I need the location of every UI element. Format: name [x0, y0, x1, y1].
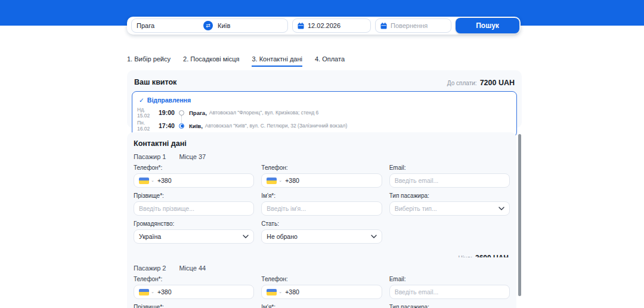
departure-route-card: ✓Відправлення Нд. 15.02 19:00 Прага, Авт…	[132, 91, 517, 137]
passenger-2-form-card: Пасажир 2 Місце 44 Телефон*: ⌄ +380 Теле…	[127, 257, 516, 308]
ukraine-flag-icon	[267, 289, 277, 295]
email-input[interactable]	[395, 288, 504, 295]
route-timeline: Нд. 15.02 19:00 Прага, Автовокзал "Флоре…	[137, 106, 512, 132]
arrival-city: Київ,	[189, 123, 203, 129]
surname-input[interactable]	[139, 205, 249, 212]
phone-required-input[interactable]: ⌄ +380	[134, 173, 254, 188]
phone-prefix: +380	[285, 288, 299, 295]
departure-stop-icon	[179, 110, 184, 116]
departure-city: Прага,	[189, 110, 207, 116]
passenger-2-seat: Місце 44	[179, 265, 206, 272]
departure-date-field[interactable]: 12.02.2026	[292, 18, 371, 33]
chevron-down-icon	[243, 235, 249, 238]
chevron-down-icon: ⌄	[278, 178, 282, 183]
step-payment[interactable]: 4. Оплата	[315, 55, 345, 67]
phone-prefix: +380	[157, 177, 172, 184]
name-label: Ім'я*:	[261, 304, 382, 308]
departure-station: Автовокзал "Флоренц", вул. Кризікова; ст…	[209, 110, 318, 116]
total-price: До сплати:7200 UAH	[447, 77, 515, 88]
passenger-type-label: Тип пасажира:	[389, 192, 510, 199]
return-date-field[interactable]: Повернення	[375, 18, 451, 33]
step-seats[interactable]: 2. Посадкові місця	[183, 55, 239, 67]
gender-label: Стать:	[261, 220, 382, 227]
surname-label: Прізвище*:	[134, 192, 254, 199]
passenger-1-header: Пасажир 1 Місце 37	[134, 153, 510, 160]
return-date-placeholder: Повернення	[391, 22, 428, 29]
name-label: Ім'я*:	[261, 192, 382, 199]
route-picker: ⇄	[131, 18, 288, 33]
chevron-down-icon: ⌄	[151, 178, 154, 183]
search-panel: ⇄ 12.02.2026 Повернення Пошук	[127, 17, 521, 35]
departure-stop: Нд. 15.02 19:00 Прага, Автовокзал "Флоре…	[137, 106, 512, 119]
total-price-value: 7200 UAH	[480, 79, 515, 87]
to-city-input[interactable]	[218, 22, 280, 29]
arrival-day: Пн. 16.02	[137, 120, 159, 132]
phone-label: Телефон:	[261, 164, 382, 171]
check-icon: ✓	[139, 97, 144, 104]
passenger-type-select[interactable]: Виберіть тип...	[389, 201, 510, 216]
chevron-down-icon	[499, 207, 504, 210]
chevron-down-icon: ⌄	[278, 290, 282, 294]
calendar-icon	[380, 23, 387, 29]
calendar-icon	[298, 23, 304, 29]
phone-required-label: Телефон*:	[134, 276, 254, 282]
arrival-time: 17:40	[159, 122, 174, 129]
contact-area-scrollbar[interactable]	[518, 134, 521, 296]
booking-steps: 1. Вибір рейсу 2. Посадкові місця 3. Кон…	[127, 55, 345, 67]
departure-date-value: 12.02.2026	[308, 22, 340, 29]
phone-required-input[interactable]: ⌄ +380	[134, 285, 254, 299]
phone-required-label: Телефон*:	[134, 164, 254, 171]
chevron-down-icon: ⌄	[151, 290, 154, 294]
ukraine-flag-icon	[139, 289, 149, 295]
citizenship-label: Громадянство:	[134, 220, 254, 227]
name-input[interactable]	[267, 205, 376, 212]
step-contact-details[interactable]: 3. Контактні дані	[252, 55, 302, 67]
chevron-down-icon	[371, 235, 377, 238]
email-label: Email:	[389, 276, 510, 282]
ticket-title: Ваш квиток	[134, 78, 177, 86]
ticket-summary-card: Ваш квиток До сплати:7200 UAH ✓Відправле…	[127, 70, 522, 128]
phone-input[interactable]: ⌄ +380	[261, 173, 382, 188]
step-choose-trip[interactable]: 1. Вибір рейсу	[127, 55, 171, 67]
passenger-2-label: Пасажир 2	[134, 265, 166, 272]
search-button[interactable]: Пошук	[456, 18, 519, 33]
arrival-stop: Пн. 16.02 17:40 Київ, Автовокзал "Київ",…	[137, 119, 512, 132]
phone-prefix: +380	[285, 177, 299, 184]
contact-section-title: Контактні дані	[134, 139, 510, 148]
from-city-input[interactable]	[137, 22, 199, 29]
direction-header: ✓Відправлення	[139, 97, 512, 104]
timeline-connector	[181, 116, 182, 123]
departure-time: 19:00	[159, 109, 174, 116]
surname-label: Прізвище*:	[134, 304, 254, 308]
passenger-1-form-card: Контактні дані Пасажир 1 Місце 37 Телефо…	[127, 132, 516, 269]
email-input[interactable]	[395, 177, 504, 184]
ukraine-flag-icon	[139, 178, 149, 184]
phone-prefix: +380	[157, 288, 172, 295]
gender-select[interactable]: Не обрано	[261, 229, 382, 244]
total-price-label: До сплати:	[447, 80, 477, 86]
arrival-station: Автовокзал "Київ", вул. С. Петлюри, 32 (…	[205, 123, 348, 129]
citizenship-select[interactable]: Україна	[134, 229, 254, 244]
passenger-1-seat: Місце 37	[179, 153, 206, 160]
phone-label: Телефон:	[261, 276, 382, 282]
phone-input[interactable]: ⌄ +380	[261, 285, 382, 299]
passenger-2-header: Пасажир 2 Місце 44	[134, 265, 510, 272]
passenger-1-label: Пасажир 1	[134, 153, 166, 160]
departure-day: Нд. 15.02	[137, 107, 159, 119]
swap-cities-icon[interactable]: ⇄	[203, 21, 213, 30]
arrival-stop-icon	[179, 123, 184, 129]
passenger-type-label: Тип пасажира:	[389, 304, 510, 308]
email-label: Email:	[389, 164, 510, 171]
ukraine-flag-icon	[267, 178, 277, 184]
